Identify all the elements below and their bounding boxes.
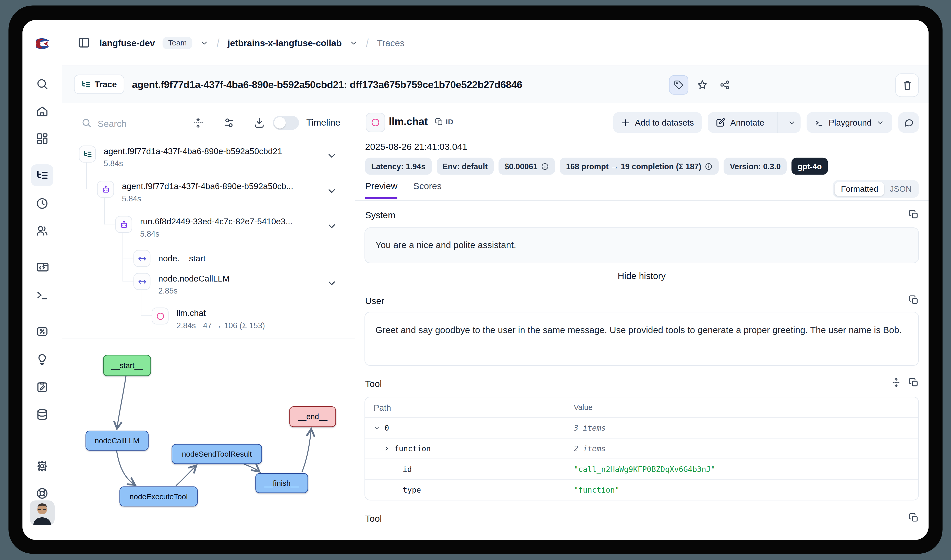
graph-node-start[interactable]: __start__ bbox=[103, 355, 151, 376]
tree-node-expander-chevron-icon[interactable] bbox=[326, 150, 337, 161]
copy-icon[interactable] bbox=[909, 377, 919, 388]
tree-node-run[interactable]: run.6f8d2449-33ed-4c7c-82e7-5410e3...5.8… bbox=[115, 216, 292, 238]
trace-type-label: Trace bbox=[95, 79, 117, 89]
star-bookmark-button[interactable] bbox=[694, 76, 711, 94]
format-toggle: Formatted JSON bbox=[833, 180, 919, 198]
trace-tree-icon bbox=[81, 80, 90, 89]
project-chevron-down-icon[interactable] bbox=[350, 38, 358, 47]
tool-json-table: Path Value 0 3 items function 2 items id… bbox=[365, 397, 919, 500]
add-to-datasets-button[interactable]: Add to datasets bbox=[613, 112, 702, 133]
user-section-heading: User bbox=[365, 295, 385, 306]
graph-node-callllm[interactable]: nodeCallLLM bbox=[86, 431, 149, 451]
comments-button[interactable] bbox=[898, 112, 919, 133]
screenshot-stage: langfuse-dev Team / jetbrains-x-langfuse… bbox=[0, 0, 951, 560]
sidebar-item-search[interactable] bbox=[31, 73, 53, 95]
tree-node-expander-chevron-icon[interactable] bbox=[326, 278, 337, 289]
json-value: "call_n2HaWg9KFP0BZDqXv6G4b3nJ" bbox=[574, 465, 715, 474]
info-icon bbox=[541, 162, 549, 170]
annotate-dropdown-button[interactable] bbox=[783, 112, 801, 133]
tab-scores[interactable]: Scores bbox=[413, 181, 442, 199]
latency-badge: Latency: 1.94s bbox=[365, 158, 432, 175]
chevron-right-icon[interactable] bbox=[383, 445, 390, 452]
breadcrumb-page[interactable]: Traces bbox=[377, 37, 405, 48]
json-key: id bbox=[403, 465, 412, 474]
sidebar-item-evaluators[interactable] bbox=[31, 348, 53, 370]
sidebar-item-settings[interactable] bbox=[31, 455, 53, 477]
tree-node-llm-chat[interactable]: llm.chat2.84s47 → 106 (Σ 153) bbox=[152, 308, 265, 330]
tree-node-expander-chevron-icon[interactable] bbox=[326, 221, 337, 232]
sidebar-item-playground[interactable] bbox=[31, 284, 53, 306]
graph-node-label: __finish__ bbox=[265, 479, 299, 487]
download-icon[interactable] bbox=[254, 117, 265, 129]
json-value: 3 items bbox=[574, 423, 606, 432]
delete-trace-button[interactable] bbox=[895, 74, 919, 97]
sidebar-toggle-button[interactable] bbox=[76, 35, 92, 51]
tree-node-duration: 5.84s bbox=[104, 159, 123, 168]
graph-node-finish[interactable]: __finish__ bbox=[255, 473, 308, 493]
token-usage-badge[interactable]: 168 prompt → 19 completion (Σ 187) bbox=[560, 158, 719, 175]
app-window: langfuse-dev Team / jetbrains-x-langfuse… bbox=[23, 20, 928, 540]
graph-node-label: __end__ bbox=[298, 412, 328, 421]
copy-icon[interactable] bbox=[909, 209, 919, 220]
json-key: type bbox=[403, 485, 421, 494]
env-badge: Env: default bbox=[437, 158, 494, 175]
tree-node-duration: 5.84s bbox=[140, 229, 160, 238]
tool-section-heading: Tool bbox=[365, 378, 382, 389]
toggle-knob bbox=[274, 117, 286, 129]
tag-button[interactable] bbox=[669, 75, 688, 95]
sidebar-item-annotation[interactable] bbox=[31, 375, 53, 397]
format-formatted-option[interactable]: Formatted bbox=[835, 182, 884, 196]
copy-icon[interactable] bbox=[909, 295, 919, 305]
breadcrumb-project[interactable]: jetbrains-x-langfuse-collab bbox=[228, 37, 342, 48]
comment-bubble-icon bbox=[903, 117, 914, 128]
sidebar-item-prompts[interactable] bbox=[31, 256, 53, 278]
sidebar-item-dashboards[interactable] bbox=[31, 128, 53, 149]
timeline-label: Timeline bbox=[306, 117, 340, 128]
sidebar-item-home[interactable] bbox=[31, 100, 53, 122]
cost-badge[interactable]: $0.00061 bbox=[499, 158, 555, 175]
org-chevron-down-icon[interactable] bbox=[200, 38, 209, 47]
sidebar-item-scores[interactable] bbox=[31, 320, 53, 342]
sidebar-item-users[interactable] bbox=[31, 220, 53, 242]
info-icon bbox=[705, 162, 713, 170]
expand-rows-icon[interactable] bbox=[891, 377, 901, 388]
table-row[interactable]: type "function" bbox=[365, 479, 918, 500]
model-badge[interactable]: gpt-4o bbox=[791, 158, 828, 175]
tree-node-trace[interactable]: agent.f9f77d1a-437f-4ba6-890e-b592a50cbd… bbox=[79, 146, 282, 168]
copy-icon[interactable] bbox=[909, 512, 919, 523]
tree-node-start[interactable]: node.__start__ bbox=[134, 250, 215, 267]
graph-node-end[interactable]: __end__ bbox=[289, 406, 336, 427]
timeline-toggle[interactable] bbox=[273, 116, 299, 130]
tree-node-duration: 5.84s bbox=[122, 194, 142, 203]
system-message-box: You are a nice and polite assistant. bbox=[365, 228, 919, 263]
tree-node-agent[interactable]: agent.f9f77d1a-437f-4ba6-890e-b592a50cb.… bbox=[97, 181, 293, 203]
breadcrumb-org[interactable]: langfuse-dev bbox=[100, 37, 155, 48]
user-avatar[interactable] bbox=[29, 500, 54, 525]
view-settings-icon[interactable] bbox=[223, 117, 235, 129]
sidebar-item-tracing[interactable] bbox=[31, 165, 53, 186]
sidebar-item-sessions[interactable] bbox=[31, 192, 53, 214]
graph-node-executetool[interactable]: nodeExecuteTool bbox=[120, 486, 198, 506]
table-row[interactable]: id "call_n2HaWg9KFP0BZDqXv6G4b3nJ" bbox=[365, 458, 918, 479]
graph-node-sendtoolresult[interactable]: nodeSendToolResult bbox=[171, 444, 262, 464]
sidebar-item-datasets[interactable] bbox=[31, 403, 53, 425]
tree-node-expander-chevron-icon[interactable] bbox=[326, 186, 337, 197]
format-json-option[interactable]: JSON bbox=[884, 182, 917, 196]
collapse-all-icon[interactable] bbox=[192, 117, 204, 129]
json-value: 2 items bbox=[574, 444, 606, 453]
tree-node-label: node.__start__ bbox=[158, 254, 215, 263]
playground-button[interactable]: Playground bbox=[807, 112, 892, 133]
tab-preview[interactable]: Preview bbox=[365, 181, 398, 199]
table-row[interactable]: function 2 items bbox=[365, 438, 918, 458]
generation-openai-icon bbox=[152, 308, 169, 325]
table-row[interactable]: 0 3 items bbox=[365, 417, 918, 438]
annotate-button[interactable]: Annotate bbox=[708, 112, 772, 133]
copy-icon[interactable] bbox=[435, 118, 443, 126]
observation-id-control[interactable]: ID bbox=[435, 118, 454, 126]
hide-history-link[interactable]: Hide history bbox=[355, 271, 928, 281]
chevron-down-icon[interactable] bbox=[374, 425, 380, 431]
tree-node-callllm[interactable]: node.nodeCallLLM2.85s bbox=[134, 273, 230, 295]
tool-section-actions bbox=[891, 377, 919, 388]
share-button[interactable] bbox=[716, 76, 733, 94]
search-input[interactable] bbox=[97, 114, 184, 132]
